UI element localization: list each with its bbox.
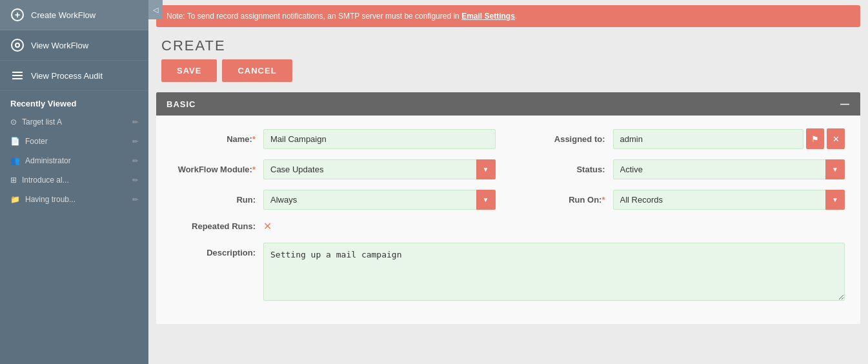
assigned-to-label: Assigned to:: [521, 134, 605, 144]
clear-user-button[interactable]: ✕: [827, 128, 845, 149]
name-input[interactable]: [263, 129, 496, 149]
recently-viewed-title: Recently Viewed: [0, 91, 148, 112]
edit-icon[interactable]: ✏: [132, 118, 138, 126]
edit-icon[interactable]: ✏: [132, 157, 138, 165]
sidebar-nav-label: View Process Audit: [31, 71, 103, 81]
form-col-run-on: Run On:* All Records New Records Only Mo…: [521, 190, 845, 210]
run-label: Run:: [172, 195, 256, 205]
sidebar-item-create-workflow[interactable]: + Create WorkFlow: [0, 0, 148, 30]
recent-item-label: Footer: [25, 137, 48, 146]
form-col-empty: [521, 220, 845, 232]
repeated-runs-label: Repeated Runs:: [172, 221, 256, 231]
form-body: Name:* Assigned to: ⚑ ✕ Work: [156, 116, 860, 324]
recent-item-label: Target list A: [22, 117, 62, 126]
run-dropdown-arrow[interactable]: ▼: [476, 190, 496, 210]
form-col-repeated-runs: Repeated Runs: ✕: [172, 220, 496, 232]
form-section-header: BASIC —: [156, 92, 860, 116]
edit-icon[interactable]: ✏: [132, 176, 138, 185]
sidebar-recent-item-introduce-al[interactable]: ⊞ Introduce al... ✏: [0, 170, 148, 190]
workflow-module-select-wrapper: Case Updates Contacts Accounts Leads ▼: [263, 159, 496, 179]
sidebar-recent-item-administrator[interactable]: 👥 Administrator ✏: [0, 151, 148, 170]
sidebar-item-view-workflow[interactable]: View WorkFlow: [0, 30, 148, 61]
sidebar-nav-label: Create WorkFlow: [31, 10, 96, 20]
status-select-wrapper: Active Inactive ▼: [613, 159, 845, 179]
basic-form-section: BASIC — Name:* Assigned to: ⚑ ✕: [156, 92, 860, 324]
workflow-module-select[interactable]: Case Updates Contacts Accounts Leads: [263, 159, 496, 179]
recent-item-label: Administrator: [25, 156, 71, 165]
assigned-to-input[interactable]: [613, 129, 804, 149]
edit-icon[interactable]: ✏: [132, 196, 138, 204]
description-textarea[interactable]: Setting up a mail campaign: [263, 243, 845, 301]
form-col-run: Run: Always Only On Save Always On Save …: [172, 190, 496, 210]
grid-icon: ⊞: [10, 176, 17, 185]
form-col-status: Status: Active Inactive ▼: [521, 159, 845, 179]
alert-suffix: .: [515, 12, 517, 21]
run-on-select-wrapper: All Records New Records Only Modified Re…: [613, 190, 845, 210]
form-row-name-assigned: Name:* Assigned to: ⚑ ✕: [172, 128, 845, 149]
assigned-to-field: ⚑ ✕: [613, 128, 845, 149]
run-select[interactable]: Always Only On Save Always On Save: [263, 190, 496, 210]
recent-item-label: Introduce al...: [22, 176, 69, 185]
sidebar-item-view-process-audit[interactable]: View Process Audit: [0, 61, 148, 91]
name-label: Name:*: [172, 134, 256, 144]
form-row-description: Description: Setting up a mail campaign: [172, 243, 845, 301]
save-button[interactable]: SAVE: [161, 59, 217, 82]
sidebar-recent-item-target-list-a[interactable]: ⊙ Target list A ✏: [0, 112, 148, 132]
form-col-name: Name:*: [172, 128, 496, 149]
folder-icon: 📁: [10, 195, 20, 204]
edit-icon[interactable]: ✏: [132, 137, 138, 146]
people-icon: 👥: [10, 156, 20, 165]
sidebar-recent-item-footer[interactable]: 📄 Footer ✏: [0, 132, 148, 151]
email-settings-link[interactable]: Email Settings: [461, 12, 515, 21]
run-on-dropdown-arrow[interactable]: ▼: [825, 190, 845, 210]
description-label: Description:: [172, 243, 256, 258]
action-buttons: SAVE CANCEL: [148, 59, 868, 92]
workflow-module-label: WorkFlow Module:*: [172, 165, 256, 174]
repeated-runs-checkbox[interactable]: ✕: [263, 220, 272, 232]
page-title: CREATE: [148, 27, 868, 59]
eye-icon: [10, 38, 25, 52]
status-dropdown-arrow[interactable]: ▼: [825, 159, 845, 179]
form-col-assigned: Assigned to: ⚑ ✕: [521, 128, 845, 149]
collapse-button[interactable]: —: [840, 99, 850, 109]
run-on-label: Run On:*: [521, 195, 605, 205]
run-on-select[interactable]: All Records New Records Only Modified Re…: [613, 190, 845, 210]
recent-item-label: Having troub...: [25, 195, 76, 204]
select-user-button[interactable]: ⚑: [806, 128, 824, 149]
form-section-title: BASIC: [167, 99, 196, 109]
form-row-repeated-runs: Repeated Runs: ✕: [172, 220, 845, 232]
sidebar: + Create WorkFlow View WorkFlow View Pro…: [0, 0, 148, 364]
bars-icon: [10, 68, 25, 83]
status-label: Status:: [521, 165, 605, 174]
alert-message: Note: To send record assignment notifica…: [167, 12, 461, 21]
alert-banner: Note: To send record assignment notifica…: [156, 5, 860, 27]
sidebar-nav-label: View WorkFlow: [31, 41, 88, 50]
run-select-wrapper: Always Only On Save Always On Save ▼: [263, 190, 496, 210]
sidebar-toggle-button[interactable]: ◁: [148, 0, 163, 19]
cancel-button[interactable]: CANCEL: [222, 59, 292, 82]
plus-circle-icon: +: [10, 8, 25, 22]
sidebar-recent-item-having-troub[interactable]: 📁 Having troub... ✏: [0, 190, 148, 209]
person-icon: ⊙: [10, 117, 17, 126]
form-row-module-status: WorkFlow Module:* Case Updates Contacts …: [172, 159, 845, 179]
doc-icon: 📄: [10, 137, 20, 146]
form-row-run-runon: Run: Always Only On Save Always On Save …: [172, 190, 845, 210]
workflow-module-dropdown-arrow[interactable]: ▼: [476, 159, 496, 179]
status-select[interactable]: Active Inactive: [613, 159, 845, 179]
main-content: Note: To send record assignment notifica…: [148, 0, 868, 364]
form-col-module: WorkFlow Module:* Case Updates Contacts …: [172, 159, 496, 179]
